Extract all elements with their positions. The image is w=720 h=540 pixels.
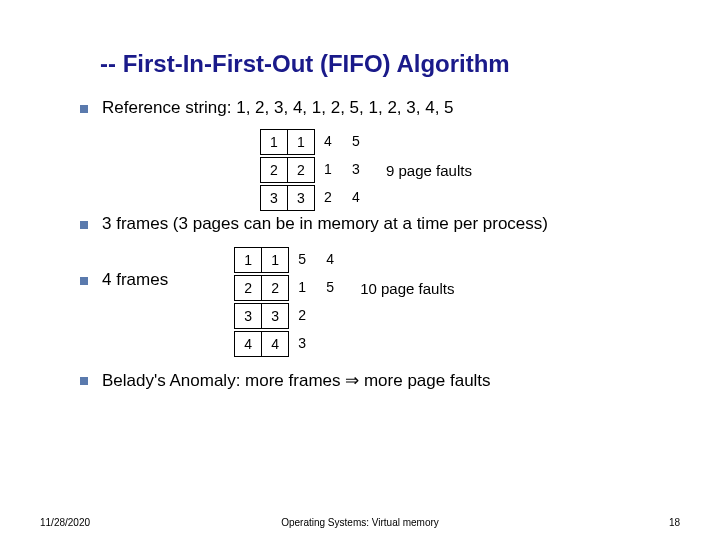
cell: 1 [260, 129, 288, 155]
cell: 5 [288, 247, 316, 273]
bullet-icon [80, 105, 88, 113]
implies-icon: ⇒ [345, 371, 359, 390]
cell: 2 [287, 157, 315, 183]
belady-text-a: Belady's Anomaly: more frames [102, 371, 345, 390]
cell: 4 [261, 331, 289, 357]
bullet-3frames: 3 frames (3 pages can be in memory at a … [80, 214, 680, 234]
cell: 4 [234, 331, 262, 357]
footer-title: Operating Systems: Virtual memory [40, 517, 680, 528]
slide: -- First-In-First-Out (FIFO) Algorithm R… [0, 0, 720, 540]
cell: 3 [261, 303, 289, 329]
bullet-text: Reference string: 1, 2, 3, 4, 1, 2, 5, 1… [102, 98, 454, 118]
cell: 4 [316, 247, 344, 273]
cell: 1 [314, 157, 342, 183]
cell: 3 [234, 303, 262, 329]
cell: 2 [314, 185, 342, 211]
cell: 5 [316, 275, 344, 301]
cell: 2 [260, 157, 288, 183]
cell: 3 [288, 331, 316, 357]
fifo-4frames-table: 1 1 5 4 2 2 1 5 10 page faults 3 3 2 4 4… [234, 246, 454, 358]
bullet-icon [80, 277, 88, 285]
cell: 4 [342, 185, 370, 211]
table-row: 2 2 1 3 9 page faults [260, 156, 680, 184]
cell: 1 [287, 129, 315, 155]
fault-count-label: 10 page faults [360, 280, 454, 297]
bullet-belady: Belady's Anomaly: more frames ⇒ more pag… [80, 370, 680, 391]
table-row: 4 4 3 [234, 330, 454, 358]
bullet-icon [80, 221, 88, 229]
cell: 2 [234, 275, 262, 301]
cell: 5 [342, 129, 370, 155]
slide-footer: 11/28/2020 Operating Systems: Virtual me… [40, 517, 680, 528]
bullet-4frames: 4 frames [80, 270, 168, 290]
cell: 2 [261, 275, 289, 301]
belady-text-b: more page faults [359, 371, 490, 390]
cell: 1 [288, 275, 316, 301]
cell: 2 [288, 303, 316, 329]
cell: 4 [314, 129, 342, 155]
table-row: 3 3 2 4 [260, 184, 680, 212]
fault-count-label: 9 page faults [386, 162, 472, 179]
cell: 3 [260, 185, 288, 211]
fifo-3frames-table: 1 1 4 5 2 2 1 3 9 page faults 3 3 2 4 [260, 128, 680, 212]
table-row: 1 1 5 4 [234, 246, 454, 274]
bullet-icon [80, 377, 88, 385]
cell: 3 [342, 157, 370, 183]
cell: 3 [287, 185, 315, 211]
bullet-reference-string: Reference string: 1, 2, 3, 4, 1, 2, 5, 1… [80, 98, 680, 118]
table-row: 3 3 2 [234, 302, 454, 330]
table-row: 1 1 4 5 [260, 128, 680, 156]
cell: 1 [261, 247, 289, 273]
table-row: 2 2 1 5 10 page faults [234, 274, 454, 302]
slide-title: -- First-In-First-Out (FIFO) Algorithm [100, 50, 680, 78]
bullet-text: 4 frames [102, 270, 168, 290]
bullet-text: Belady's Anomaly: more frames ⇒ more pag… [102, 370, 491, 391]
bullet-text: 3 frames (3 pages can be in memory at a … [102, 214, 548, 234]
cell: 1 [234, 247, 262, 273]
